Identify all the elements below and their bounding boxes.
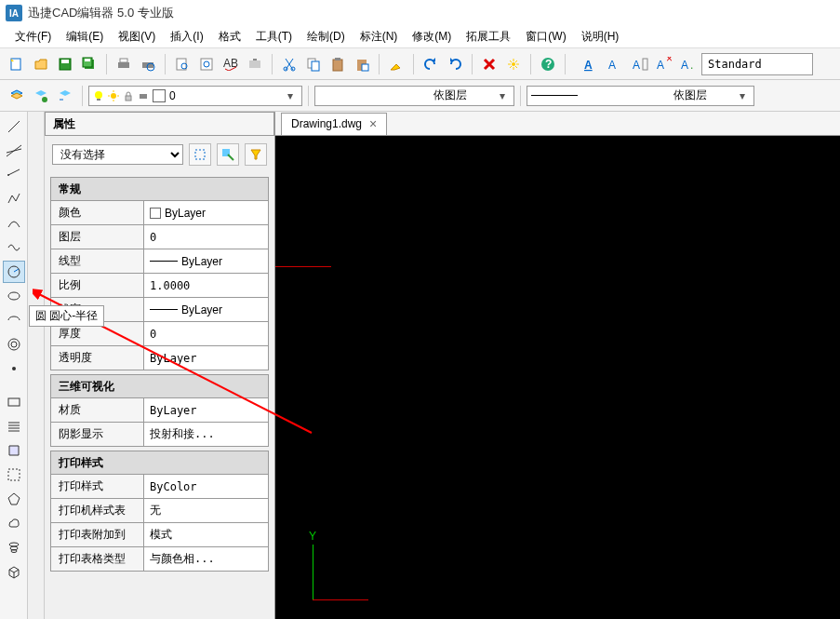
linetype-combo[interactable]: 依图层 ▾ [314,86,514,106]
print-preview-icon[interactable] [137,53,159,75]
row-plottype[interactable]: 打印表格类型 与颜色相... [50,547,269,572]
dropdown-icon[interactable]: ▾ [735,87,750,105]
arc-icon[interactable] [3,212,25,235]
row-linetype[interactable]: 线型 ByLayer [50,249,269,274]
point-icon[interactable] [3,357,25,380]
text-style-a4-icon[interactable]: A× [653,53,675,75]
svg-rect-3 [61,60,69,63]
polygon-icon[interactable] [3,488,25,510]
ellipse-icon[interactable] [3,285,25,307]
rectangle-icon[interactable] [3,391,25,413]
row-material[interactable]: 材质 ByLayer [50,398,269,423]
ellipse-arc-icon[interactable] [3,309,25,331]
cut-icon[interactable] [278,53,300,75]
lineweight-combo[interactable]: 依图层 ▾ [527,86,754,106]
text-style-a1-icon[interactable]: A [580,53,603,75]
revcloud-icon[interactable] [3,512,25,534]
group-3d-visual[interactable]: 三维可视化 [50,374,269,398]
region-icon[interactable] [3,464,25,486]
explode-icon[interactable] [502,53,525,75]
publish-icon[interactable] [244,53,266,75]
circle-icon[interactable] [3,261,25,283]
menu-window[interactable]: 窗口(W) [520,27,571,47]
paste-special-icon[interactable] [351,53,373,75]
menu-dimension[interactable]: 标注(N) [354,27,404,47]
menu-help[interactable]: 说明(H) [576,27,625,47]
boundary-icon[interactable] [3,439,25,462]
row-color[interactable]: 颜色 ByLayer [50,201,269,225]
ray-icon[interactable] [3,164,25,186]
document-tab[interactable]: Drawing1.dwg × [281,113,387,135]
help-icon[interactable]: ? [537,53,559,75]
row-shadow[interactable]: 阴影显示 投射和接... [50,423,269,447]
save-icon[interactable] [54,53,76,75]
new-icon[interactable] [6,53,28,75]
saveall-icon[interactable] [78,53,100,75]
matchprop-icon[interactable] [385,53,407,75]
helix-icon[interactable] [3,536,25,558]
menu-extend[interactable]: 拓展工具 [460,27,516,47]
group-general[interactable]: 常规 [50,177,269,201]
hatch-lines-icon[interactable] [3,415,25,437]
find-icon[interactable] [171,53,193,75]
text-style-a2-icon[interactable]: A [605,53,627,75]
open-icon[interactable] [30,53,52,75]
svg-rect-23 [335,58,340,61]
label-plottable: 打印机样式表 [51,499,144,522]
titlebar: IA 迅捷CAD编辑器 5.0 专业版 [0,0,840,26]
row-ltscale[interactable]: 比例 1.0000 [50,274,269,298]
text-style-a3-icon[interactable]: A [629,53,651,75]
preview-icon[interactable] [195,53,218,75]
undo-icon[interactable] [420,53,442,75]
layer-prev-icon[interactable] [54,85,76,107]
donut-icon[interactable] [3,333,25,356]
row-plotstyle[interactable]: 打印样式 ByColor [50,475,269,499]
xline-icon[interactable] [3,140,25,162]
menu-file[interactable]: 文件(F) [9,27,57,47]
row-plottable[interactable]: 打印机样式表 无 [50,499,269,523]
label-plotattach: 打印表附加到 [51,523,144,546]
filter-icon[interactable] [245,143,267,166]
selection-dropdown[interactable]: 没有选择 [52,144,183,165]
menubar: 文件(F) 编辑(E) 视图(V) 插入(I) 格式 工具(T) 绘制(D) 标… [0,26,840,48]
label-color: 颜色 [51,201,144,224]
tab-close-icon[interactable]: × [369,116,377,131]
menu-tools[interactable]: 工具(T) [250,27,298,47]
lock-icon [123,90,134,101]
svg-rect-16 [249,61,260,68]
menu-draw[interactable]: 绘制(D) [301,27,351,47]
spline-icon[interactable] [3,236,25,259]
menu-edit[interactable]: 编辑(E) [60,27,109,47]
polyline-icon[interactable] [3,188,25,210]
menu-modify[interactable]: 修改(M) [407,27,457,47]
dropdown-icon[interactable]: ▾ [283,87,298,105]
drawing-canvas[interactable] [275,136,840,619]
pickadd-icon[interactable] [189,143,211,166]
row-transparency[interactable]: 透明度 ByLayer [50,346,269,370]
spellcheck-icon[interactable]: ABC [220,53,242,75]
label-plotstyle: 打印样式 [51,475,144,498]
layer-states-icon[interactable] [30,85,52,107]
delete-icon[interactable] [478,53,500,75]
3dbox-icon[interactable] [3,560,25,583]
tab-strip: Drawing1.dwg × [275,112,840,136]
row-plotattach[interactable]: 打印表附加到 模式 [50,523,269,547]
line-icon[interactable] [3,115,25,138]
menu-view[interactable]: 视图(V) [113,27,161,47]
menu-format[interactable]: 格式 [213,27,247,47]
paste-icon[interactable] [327,53,349,75]
layer-manager-icon[interactable] [6,85,28,107]
group-plot-style[interactable]: 打印样式 [50,451,269,475]
dropdown-icon[interactable]: ▾ [495,87,510,105]
menu-insert[interactable]: 插入(I) [165,27,208,47]
quickselect-icon[interactable] [217,143,239,166]
redo-icon[interactable] [444,53,466,75]
svg-line-48 [8,169,20,175]
text-style-input[interactable]: Standard [701,53,813,75]
text-style-a5-icon[interactable]: A. [677,53,700,75]
value-shadow: 投射和接... [144,423,268,446]
copy-icon[interactable] [302,53,325,75]
row-layer[interactable]: 图层 0 [50,225,269,249]
print-icon[interactable] [113,53,135,75]
layer-combo[interactable]: 0 ▾ [88,86,302,106]
